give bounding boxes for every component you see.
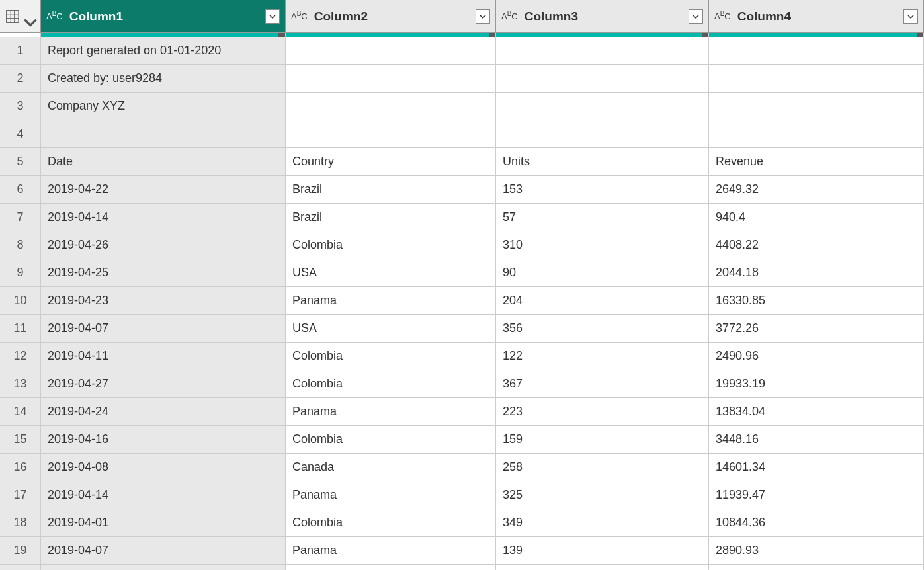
cell[interactable]: 940.4 xyxy=(709,204,924,231)
cell[interactable]: 153 xyxy=(496,176,709,204)
cell[interactable]: 13834.04 xyxy=(709,398,924,426)
cell[interactable]: Revenue xyxy=(709,148,924,176)
cell[interactable] xyxy=(709,37,924,65)
filter-dropdown-button[interactable] xyxy=(903,9,918,24)
column-header-column1[interactable]: ABC Column1 xyxy=(41,0,286,33)
cell[interactable]: 2019-04-16 xyxy=(41,426,286,454)
cell[interactable]: 2019-04-08 xyxy=(41,454,286,481)
row-number[interactable]: 7 xyxy=(0,204,41,231)
cell[interactable] xyxy=(496,37,709,65)
cell[interactable]: Brazil xyxy=(286,176,496,204)
cell[interactable]: Colombia xyxy=(286,426,496,454)
cell[interactable]: 16330.85 xyxy=(709,287,924,315)
table-row[interactable]: 82019-04-26Colombia3104408.22 xyxy=(0,231,924,259)
cell[interactable]: Colombia xyxy=(286,509,496,537)
cell[interactable]: Panama xyxy=(286,481,496,509)
cell[interactable]: Country xyxy=(286,148,496,176)
column-header-column3[interactable]: ABC Column3 xyxy=(496,0,709,33)
cell[interactable] xyxy=(41,120,286,148)
cell[interactable] xyxy=(286,65,496,93)
table-row[interactable]: 72019-04-14Brazil57940.4 xyxy=(0,204,924,231)
row-number[interactable]: 2 xyxy=(0,65,41,93)
cell[interactable]: 2019-04-22 xyxy=(41,176,286,204)
table-row[interactable]: 92019-04-25USA902044.18 xyxy=(0,259,924,287)
cell[interactable]: Units xyxy=(496,148,709,176)
cell[interactable] xyxy=(709,93,924,120)
table-row[interactable]: 4 xyxy=(0,120,924,148)
cell[interactable]: 2019-04-01 xyxy=(41,509,286,537)
cell[interactable]: 4408.22 xyxy=(709,231,924,259)
cell[interactable]: 2019-04-11 xyxy=(41,343,286,370)
cell[interactable]: 2019-04-07 xyxy=(41,315,286,343)
row-number[interactable]: 17 xyxy=(0,481,41,509)
cell[interactable]: 2019-04-24 xyxy=(41,398,286,426)
cell[interactable]: 2019-04-14 xyxy=(41,481,286,509)
row-number[interactable]: 9 xyxy=(0,259,41,287)
column-header-column4[interactable]: ABC Column4 xyxy=(709,0,924,33)
row-number[interactable]: 12 xyxy=(0,343,41,370)
row-number[interactable]: 4 xyxy=(0,120,41,148)
cell[interactable]: 3448.16 xyxy=(709,426,924,454)
table-row[interactable]: 2Created by: user9284 xyxy=(0,65,924,93)
filter-dropdown-button[interactable] xyxy=(476,9,490,24)
cell[interactable]: Created by: user9284 xyxy=(41,65,286,93)
row-number[interactable]: 5 xyxy=(0,148,41,176)
cell[interactable]: 10844.36 xyxy=(709,509,924,537)
table-row[interactable]: 152019-04-16Colombia1593448.16 xyxy=(0,426,924,454)
cell[interactable]: 2019-04-25 xyxy=(41,259,286,287)
table-row[interactable]: 192019-04-07Panama1392890.93 xyxy=(0,537,924,565)
cell[interactable]: 90 xyxy=(496,259,709,287)
table-row[interactable]: 5DateCountryUnitsRevenue xyxy=(0,148,924,176)
table-row[interactable]: 132019-04-27Colombia36719933.19 xyxy=(0,370,924,398)
cell[interactable] xyxy=(286,120,496,148)
cell[interactable]: 2019-04-07 xyxy=(41,537,286,565)
cell[interactable]: 122 xyxy=(496,343,709,370)
cell[interactable]: 223 xyxy=(496,398,709,426)
table-row[interactable]: 112019-04-07USA3563772.26 xyxy=(0,315,924,343)
row-number[interactable]: 10 xyxy=(0,287,41,315)
cell[interactable] xyxy=(286,93,496,120)
cell[interactable]: 2019-04-14 xyxy=(41,204,286,231)
row-number[interactable]: 14 xyxy=(0,398,41,426)
cell[interactable] xyxy=(286,37,496,65)
row-number[interactable]: 16 xyxy=(0,454,41,481)
table-row[interactable]: 62019-04-22Brazil1532649.32 xyxy=(0,176,924,204)
cell[interactable]: 2019-04-27 xyxy=(41,370,286,398)
row-number[interactable]: 11 xyxy=(0,315,41,343)
cell[interactable]: 367 xyxy=(496,370,709,398)
cell[interactable]: USA xyxy=(286,315,496,343)
cell[interactable]: 258 xyxy=(496,454,709,481)
cell[interactable] xyxy=(709,120,924,148)
cell[interactable]: Report generated on 01-01-2020 xyxy=(41,37,286,65)
cell[interactable]: 325 xyxy=(496,481,709,509)
filter-dropdown-button[interactable] xyxy=(689,9,703,24)
cell[interactable]: 11939.47 xyxy=(709,481,924,509)
cell[interactable]: Colombia xyxy=(286,343,496,370)
row-number[interactable]: 8 xyxy=(0,231,41,259)
cell[interactable]: 159 xyxy=(496,426,709,454)
table-row[interactable]: 162019-04-08Canada25814601.34 xyxy=(0,454,924,481)
table-row[interactable]: 142019-04-24Panama22313834.04 xyxy=(0,398,924,426)
cell[interactable]: 14601.34 xyxy=(709,454,924,481)
cell[interactable]: 57 xyxy=(496,204,709,231)
cell[interactable]: Panama xyxy=(286,398,496,426)
cell[interactable]: Company XYZ xyxy=(41,93,286,120)
cell[interactable] xyxy=(496,120,709,148)
row-number[interactable]: 6 xyxy=(0,176,41,204)
filter-dropdown-button[interactable] xyxy=(265,9,280,24)
cell[interactable]: 2890.93 xyxy=(709,537,924,565)
cell[interactable]: 356 xyxy=(496,315,709,343)
cell[interactable]: 310 xyxy=(496,231,709,259)
cell[interactable]: Brazil xyxy=(286,204,496,231)
table-row[interactable]: 172019-04-14Panama32511939.47 xyxy=(0,481,924,509)
cell[interactable]: 204 xyxy=(496,287,709,315)
table-row[interactable]: 1Report generated on 01-01-2020 xyxy=(0,37,924,65)
cell[interactable]: Date xyxy=(41,148,286,176)
row-number[interactable]: 3 xyxy=(0,93,41,120)
column-header-column2[interactable]: ABC Column2 xyxy=(286,0,496,33)
row-number[interactable]: 19 xyxy=(0,537,41,565)
cell[interactable]: 2490.96 xyxy=(709,343,924,370)
cell[interactable]: 2649.32 xyxy=(709,176,924,204)
table-row[interactable]: 122019-04-11Colombia1222490.96 xyxy=(0,343,924,370)
row-number[interactable]: 18 xyxy=(0,509,41,537)
